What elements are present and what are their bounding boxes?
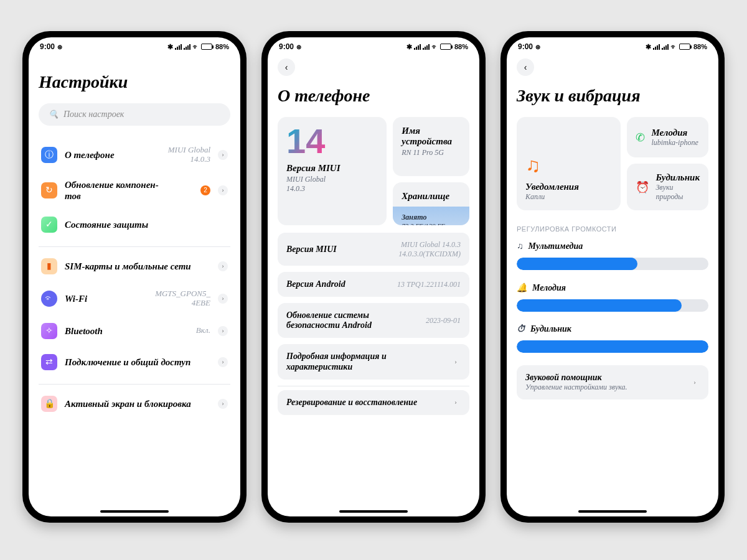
about-icon: ⓘ (41, 147, 57, 163)
wifi-icon: ᯤ (431, 43, 438, 50)
row-label: Версия Android (286, 279, 345, 289)
chevron-icon: › (451, 357, 461, 367)
media-slider[interactable] (517, 258, 708, 270)
sound-assistant-row[interactable]: Звуковой помощник Управление настройками… (517, 365, 708, 399)
miui-version-card[interactable]: 14 Версия MIUI MIUI Global14.0.3 (278, 117, 387, 225)
alarm-slider[interactable] (517, 340, 708, 353)
item-label: SIM-карты и мобильные сети (65, 261, 210, 272)
chevron-icon: › (218, 399, 228, 409)
card-sub: MIUI Global14.0.3 (286, 175, 378, 193)
item-lockscreen[interactable]: 🔒 Активный экран и блокировка › (39, 388, 230, 419)
divider (39, 246, 230, 247)
slider-ringtone: 🔔 Мелодия (517, 282, 708, 312)
dnd-icon: ⊛ (535, 44, 540, 50)
clock: 9:00 (279, 42, 294, 51)
signal-icon (175, 44, 182, 50)
tile-sub: Капли (525, 192, 612, 202)
row-detailed-info[interactable]: Подробная информация и характеристики › (278, 344, 469, 379)
battery-pct: 88% (693, 43, 707, 50)
divider (278, 386, 469, 386)
tile-title: Уведомления (525, 182, 612, 192)
screen-2: 9:00 ⊛ ✱ ᯤ 88% ‹ О телефоне 14 Версия MI… (268, 37, 479, 516)
slider-label: Мелодия (532, 283, 566, 293)
back-button[interactable]: ‹ (278, 58, 295, 76)
item-sim[interactable]: ▮ SIM-карты и мобильные сети › (39, 251, 230, 282)
section-label: РЕГУЛИРОВКА ГРОМКОСТИ (517, 225, 708, 233)
phone-frame-1: 9:00 ⊛ ✱ ᯤ 88% Настройки 🔍 Поиск настрое… (22, 31, 247, 523)
item-connection-sharing[interactable]: ⇄ Подключение и общий доступ › (39, 347, 230, 378)
signal-icon (414, 44, 421, 50)
sim-icon: ▮ (41, 258, 57, 274)
item-label: Состояние защиты (65, 219, 228, 230)
chevron-icon: › (218, 150, 228, 160)
home-indicator[interactable] (100, 510, 169, 513)
row-miui-version[interactable]: Версия MIUI MIUI Global 14.0.314.0.3.0(T… (278, 233, 469, 266)
wifi-icon: ᯤ (192, 43, 199, 50)
row-value: 13 TPQ1.221114.001 (397, 280, 461, 289)
storage-card[interactable]: Хранилище Занято 73.3 ГБ/128 ГБ (393, 182, 469, 225)
search-placeholder: Поиск настроек (63, 110, 124, 119)
row-label: Версия MIUI (286, 245, 337, 254)
phone-frame-3: 9:00 ⊛ ✱ ᯤ 88% ‹ Звук и вибрация ♫ Уведо… (500, 31, 725, 523)
signal-icon-2 (423, 44, 430, 50)
storage-used-value: 73.3 ГБ/128 ГБ (402, 222, 461, 225)
bell-icon: 🔔 (517, 282, 527, 293)
screen-1: 9:00 ⊛ ✱ ᯤ 88% Настройки 🔍 Поиск настрое… (29, 37, 240, 516)
home-indicator[interactable] (339, 510, 408, 513)
item-security-status[interactable]: ✓ Состояние защиты (39, 209, 230, 240)
item-label: Wi-Fi (65, 293, 148, 304)
bluetooth-icon: ✱ (406, 43, 412, 51)
home-indicator[interactable] (578, 510, 647, 513)
notifications-tile[interactable]: ♫ Уведомления Капли (517, 117, 621, 210)
clock: 9:00 (518, 42, 533, 51)
tile-title: Будильник (655, 172, 700, 183)
alarm-tile[interactable]: ⏰ Будильник Звуки природы (627, 164, 708, 210)
slider-label: Будильник (530, 324, 571, 334)
item-wifi[interactable]: ᯤ Wi-Fi MGTS_GPON5_4EBE › (39, 282, 230, 315)
item-label: О телефоне (65, 149, 161, 161)
device-name-card[interactable]: Имяустройства RN 11 Pro 5G (393, 117, 469, 176)
signal-icon-2 (662, 44, 669, 50)
battery-pct: 88% (215, 43, 229, 50)
ringtone-tile[interactable]: ✆ Мелодия lubimka-iphone (627, 117, 708, 157)
battery-pct: 88% (454, 43, 468, 50)
chevron-icon: › (218, 326, 228, 336)
alarm-icon: ⏰ (636, 180, 649, 194)
wifi-icon: ᯤ (41, 291, 57, 307)
tile-title: Мелодия (651, 128, 698, 138)
screen-3: 9:00 ⊛ ✱ ᯤ 88% ‹ Звук и вибрация ♫ Уведо… (507, 37, 718, 516)
item-about-phone[interactable]: ⓘ О телефоне MIUI Global14.0.3 › (39, 138, 230, 172)
chevron-icon: › (218, 357, 228, 367)
clock: 9:00 (40, 42, 55, 51)
row-android-version[interactable]: Версия Android 13 TPQ1.221114.001 (278, 272, 469, 297)
row-label: Обновление системы безопасности Android (286, 310, 382, 330)
slider-alarm: ⏱ Будильник (517, 324, 708, 353)
card-title: Имяустройства (402, 126, 461, 147)
update-icon: ↻ (41, 182, 57, 198)
ringtone-slider[interactable] (517, 299, 708, 312)
page-title: Настройки (39, 72, 230, 92)
item-label: Активный экран и блокировка (65, 398, 210, 409)
slider-label: Мультимедиа (529, 241, 583, 251)
signal-icon-2 (184, 44, 190, 50)
back-button[interactable]: ‹ (517, 58, 534, 76)
wifi-icon: ᯤ (670, 43, 677, 50)
chevron-icon: › (218, 261, 228, 271)
item-component-update[interactable]: ↻ Обновление компонен-тов 2 › (39, 172, 230, 209)
row-value: MIUI Global 14.0.314.0.3.0(TKCIDXM) (398, 240, 461, 258)
phone-frame-2: 9:00 ⊛ ✱ ᯤ 88% ‹ О телефоне 14 Версия MI… (261, 31, 486, 523)
search-input[interactable]: 🔍 Поиск настроек (39, 103, 230, 126)
card-title: Хранилище (402, 191, 461, 202)
dnd-icon: ⊛ (57, 44, 62, 50)
slider-media: ♫ Мультимедиа (517, 241, 708, 270)
chevron-icon: › (218, 294, 228, 304)
storage-used-label: Занято (402, 213, 461, 222)
bluetooth-icon: ✱ (167, 43, 173, 51)
row-label: Резервирование и восстановление (286, 398, 417, 408)
item-bluetooth[interactable]: ✧ Bluetooth Вкл. › (39, 315, 230, 347)
row-backup-restore[interactable]: Резервирование и восстановление › (278, 390, 469, 415)
item-value: Вкл. (196, 326, 210, 335)
battery-icon (679, 44, 692, 50)
lock-icon: 🔒 (41, 396, 57, 412)
row-security-update[interactable]: Обновление системы безопасности Android … (278, 303, 469, 338)
